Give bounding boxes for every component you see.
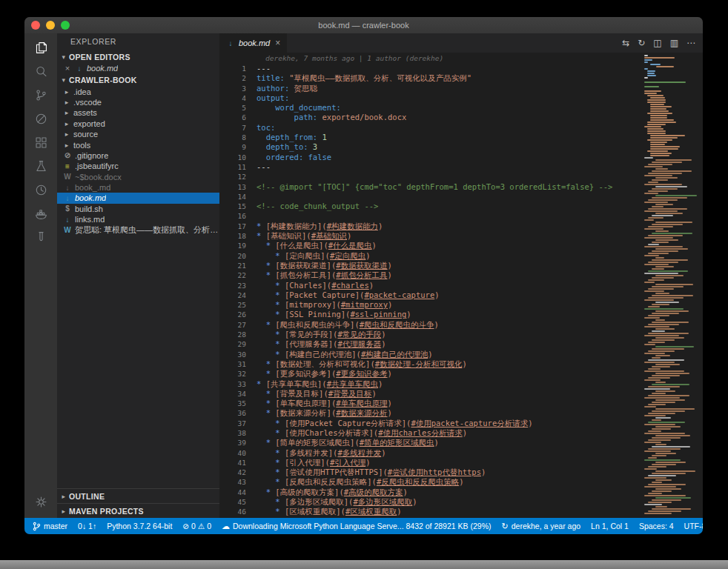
- open-preview-icon[interactable]: ◫: [653, 38, 661, 48]
- split-editor-icon[interactable]: ▥: [670, 38, 678, 48]
- close-tab-icon[interactable]: ×: [275, 38, 280, 48]
- problems-item[interactable]: ⊘ 0 ⚠ 0: [177, 518, 216, 534]
- code-line[interactable]: 32 * [更多知识参考](#更多知识参考): [219, 369, 641, 379]
- titlebar[interactable]: book.md — crawler-book: [24, 17, 703, 33]
- code-line[interactable]: 17* [构建数据能力](#构建数据能力): [219, 222, 641, 231]
- code-line[interactable]: 35 * [单车爬虫原理](#单车爬虫原理): [219, 399, 641, 408]
- folder-item[interactable]: ▸tools: [57, 139, 219, 150]
- explorer-icon[interactable]: [24, 36, 57, 59]
- code-line[interactable]: 3author: 贺思聪: [219, 84, 641, 93]
- gitlens-blame-item[interactable]: ↻derekhe, a year ago: [496, 518, 586, 534]
- code-line[interactable]: 44 * [高级的爬取方案](#高级的爬取方案): [219, 488, 641, 497]
- settings-gear-icon[interactable]: [24, 490, 57, 513]
- code-line[interactable]: 40 * [多线程并发](#多线程并发): [219, 448, 641, 458]
- open-changes-icon[interactable]: ⇆: [622, 38, 629, 48]
- code-line[interactable]: 18* [基础知识](#基础知识): [219, 231, 641, 241]
- encoding-item[interactable]: UTF-8: [679, 518, 703, 534]
- code-editor[interactable]: derekhe, 7 months ago | 1 author (derekh…: [219, 53, 641, 518]
- zoom-window-button[interactable]: [61, 21, 70, 30]
- file-item[interactable]: ↓book.md: [57, 193, 219, 203]
- code-line[interactable]: 8 depth_from: 1: [219, 133, 641, 142]
- file-item[interactable]: ↓links.md: [57, 214, 219, 224]
- code-line[interactable]: 20 * [定向爬虫](#定向爬虫): [219, 251, 641, 261]
- close-window-button[interactable]: [31, 21, 40, 30]
- code-line[interactable]: 24 * [Packet Capture](#packet-capture): [219, 290, 641, 300]
- code-line[interactable]: 26 * [SSL Pinning](#ssl-pinning): [219, 310, 641, 319]
- code-line[interactable]: 13<!-- @import "[TOC]" {cmd="toc" depthF…: [219, 182, 641, 192]
- more-actions-icon[interactable]: ⋯: [686, 38, 695, 48]
- code-line[interactable]: 11---: [219, 162, 641, 172]
- code-line[interactable]: 45 * [多边形区域爬取](#多边形区域爬取): [219, 497, 641, 507]
- code-line[interactable]: 2title: "草根爬虫——数据抓取、分析、可视化以及产品实例": [219, 73, 641, 83]
- code-line[interactable]: 43 * [反爬虫和反反爬虫策略](#反爬虫和反反爬虫策略): [219, 477, 641, 487]
- maven-projects-header[interactable]: ▸ MAVEN PROJECTS: [57, 504, 219, 518]
- folder-item[interactable]: ▸source: [57, 129, 219, 139]
- code-line[interactable]: 33* [共享单车爬虫](#共享单车爬虫): [219, 379, 641, 389]
- file-item[interactable]: ≡.jsbeautifyrc: [57, 161, 219, 171]
- file-item[interactable]: W~$book.docx: [57, 172, 219, 182]
- code-line[interactable]: 34 * [背景及目标](#背景及目标): [219, 389, 641, 399]
- git-branch-item[interactable]: master: [27, 518, 73, 534]
- folder-item[interactable]: ▸.idea: [57, 86, 219, 96]
- code-line[interactable]: 16: [219, 211, 641, 221]
- folder-item[interactable]: ▸exported: [57, 119, 219, 129]
- open-editors-header[interactable]: ▾ OPEN EDITORS: [57, 50, 219, 63]
- code-line[interactable]: 25 * [mitmproxy](#mitmproxy): [219, 300, 641, 310]
- file-history-icon[interactable]: ↻: [638, 38, 645, 48]
- code-line-text: * [使用Charles分析请求](#使用charles分析请求): [257, 428, 467, 438]
- code-line-text: * [反爬虫和反反爬虫策略](#反爬虫和反反爬虫策略): [257, 477, 464, 487]
- tab-book-md[interactable]: ↓ book.md ×: [219, 33, 287, 53]
- debug-icon[interactable]: [24, 107, 57, 130]
- outline-header[interactable]: ▸ OUTLINE: [57, 489, 219, 504]
- indentation-item[interactable]: Spaces: 4: [634, 518, 679, 534]
- code-line[interactable]: 14: [219, 192, 641, 202]
- git-sync-item[interactable]: 0↓ 1↑: [73, 518, 102, 534]
- search-icon[interactable]: [24, 59, 57, 83]
- code-line[interactable]: 19 * [什么是爬虫](#什么是爬虫): [219, 241, 641, 250]
- code-line[interactable]: 41 * [引入代理](#引入代理): [219, 458, 641, 467]
- python-version-item[interactable]: Python 3.7.2 64-bit: [102, 518, 177, 534]
- code-line[interactable]: 39 * [简单的矩形区域爬虫](#简单的矩形区域爬虫): [219, 438, 641, 447]
- source-control-icon[interactable]: [24, 83, 57, 107]
- history-icon[interactable]: [24, 178, 57, 202]
- file-item[interactable]: ⊘.gitignore: [57, 150, 219, 161]
- download-progress-item[interactable]: ☁Downloading Microsoft Python Language S…: [216, 518, 496, 534]
- code-line[interactable]: 38 * [使用Charles分析请求](#使用charles分析请求): [219, 428, 641, 438]
- docker-icon[interactable]: [24, 202, 57, 225]
- code-line[interactable]: 46 * [区域权重爬取](#区域权重爬取): [219, 507, 641, 516]
- close-editor-icon[interactable]: ×: [63, 64, 72, 73]
- code-line[interactable]: 6 path: exported/book.docx: [219, 113, 641, 122]
- open-editor-item[interactable]: ×↓book.md: [57, 63, 219, 73]
- code-line[interactable]: 28 * [常见的手段](#常见的手段): [219, 330, 641, 339]
- code-line[interactable]: 21 * [数据获取渠道](#数据获取渠道): [219, 261, 641, 270]
- code-line[interactable]: 42 * [尝试使用HTTP代替HTTPS](#尝试使用http代替https): [219, 467, 641, 477]
- folder-item[interactable]: ▸assets: [57, 107, 219, 118]
- test-tube-icon[interactable]: [24, 225, 57, 249]
- code-line[interactable]: 30 * [构建自己的代理池](#构建自己的代理池): [219, 350, 641, 359]
- file-item[interactable]: $build.sh: [57, 204, 219, 214]
- code-line[interactable]: 23 * [Charles](#charles): [219, 281, 641, 290]
- code-line[interactable]: 22 * [抓包分析工具](#抓包分析工具): [219, 270, 641, 280]
- code-line[interactable]: 1---: [219, 64, 641, 73]
- code-line[interactable]: 37 * [使用Packet Capture分析请求](#使用packet-ca…: [219, 419, 641, 428]
- code-line[interactable]: 4output:: [219, 93, 641, 103]
- code-line[interactable]: 9 depth_to: 3: [219, 142, 641, 152]
- code-line[interactable]: 29 * [代理服务器](#代理服务器): [219, 339, 641, 349]
- code-line[interactable]: 7toc:: [219, 123, 641, 133]
- file-item[interactable]: W贺思聪: 草根爬虫——数据抓取、分析、可视以...: [57, 224, 219, 235]
- code-line[interactable]: 5 word_document:: [219, 103, 641, 113]
- code-line[interactable]: 36 * [数据来源分析](#数据来源分析): [219, 408, 641, 418]
- code-line[interactable]: 12: [219, 172, 641, 182]
- workspace-root-header[interactable]: ▾ CRAWLER-BOOK: [57, 73, 219, 86]
- code-line[interactable]: 31 * [数据处理、分析和可视化](#数据处理-分析和可视化): [219, 359, 641, 369]
- code-line[interactable]: 15<!-- code_chunk_output -->: [219, 202, 641, 211]
- test-beaker-icon[interactable]: [24, 154, 57, 178]
- code-line[interactable]: 27 * [爬虫和反爬虫的斗争](#爬虫和反爬虫的斗争): [219, 320, 641, 330]
- file-item[interactable]: ↓book_.md: [57, 182, 219, 193]
- minimize-window-button[interactable]: [46, 21, 55, 30]
- folder-item[interactable]: ▸.vscode: [57, 97, 219, 107]
- cursor-position-item[interactable]: Ln 1, Col 1: [586, 518, 634, 534]
- minimap[interactable]: [641, 53, 703, 518]
- code-line[interactable]: 10 ordered: false: [219, 153, 641, 162]
- extensions-icon[interactable]: [24, 130, 57, 154]
